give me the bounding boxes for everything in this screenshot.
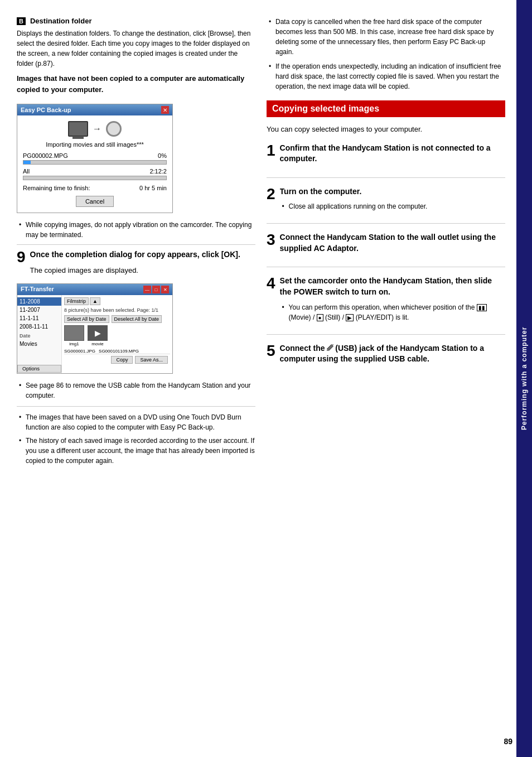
step-1-title: Confirm that the Handycam Station is not… <box>280 143 505 165</box>
file-progress-bar <box>23 160 167 165</box>
ft-copy-button[interactable]: Copy <box>111 356 133 364</box>
step-1-number: 1 <box>267 143 275 169</box>
step-5-title: Connect the ␥ (USB) jack of the Handycam… <box>280 343 505 365</box>
sidebar-tab: Performing with a computer <box>516 0 532 757</box>
file-progress-fill <box>23 161 31 164</box>
ft-sidebar: 11-2008 11-2007 11-1-11 2008-11-11 Date … <box>17 295 62 373</box>
ft-select-all-button[interactable]: Select All by Date <box>64 315 109 323</box>
ft-sidebar-item-1[interactable]: 11-2008 <box>17 297 61 306</box>
ft-thumb-label-2: movie <box>88 341 108 346</box>
intro-text: You can copy selected images to your com… <box>267 124 505 135</box>
disc-icon <box>106 121 122 137</box>
ft-sidebar-item-2[interactable]: 11-2007 <box>17 306 61 314</box>
ft-thumbnail-image-2: ▶ <box>88 325 108 341</box>
step-4-content: Set the camcorder onto the Handycam Stat… <box>280 276 505 325</box>
play-icon: ▶ <box>346 314 354 321</box>
page-number: 89 <box>504 737 512 746</box>
ft-sidebar-section-date: Date <box>17 331 61 340</box>
dialog-overall: All 2:12:2 <box>23 168 167 175</box>
dialog-filename: PG000002.MPG 0% <box>23 152 167 159</box>
notes-section: The images that have been saved on a DVD… <box>17 406 255 466</box>
step-4-title: Set the camcorder onto the Handycam Stat… <box>280 276 505 297</box>
step-5-number: 5 <box>267 343 275 369</box>
ft-thumb-2: ▶ movie <box>88 325 108 346</box>
step-9-title: Once the completion dialog for copy appe… <box>17 249 255 261</box>
ft-bottom-bar: Copy Save As... <box>64 354 170 365</box>
ft-select-buttons: Select All by Date Deselect All by Date <box>64 315 170 323</box>
step-2-title: Turn on the computer. <box>280 186 428 197</box>
ft-transfer-dialog: FT-Transfer — □ ✕ 11-2008 11-2007 11-1-1… <box>17 283 173 374</box>
ft-minimize-button[interactable]: — <box>143 286 151 293</box>
cancel-button[interactable]: Cancel <box>76 196 114 207</box>
step-3-number: 3 <box>267 232 275 258</box>
dialog-close-button[interactable]: ✕ <box>161 106 169 114</box>
ft-titlebar: FT-Transfer — □ ✕ <box>17 284 172 295</box>
ft-title: FT-Transfer <box>21 286 54 293</box>
dialog-icons: → <box>23 121 167 137</box>
monitor-icon <box>68 121 88 137</box>
ft-close-button[interactable]: ✕ <box>161 286 169 293</box>
destination-title: Destination folder <box>30 17 92 25</box>
ft-previous-button[interactable]: ▲ <box>90 297 100 305</box>
ft-thumbnails: img1 ▶ movie <box>64 325 170 346</box>
ft-main-area: Filmstrip ▲ 8 picture(s) have been selec… <box>62 295 172 373</box>
right-bullet-2: If the operation ends unexpectedly, incl… <box>267 61 505 91</box>
ft-filenames: SG000001.JPG SG000101109.MPG <box>64 349 170 354</box>
dialog-title: Easy PC Back-up <box>21 107 71 113</box>
import-text: Importing movies and still images*** <box>23 141 167 148</box>
destination-section: B Destination folder Displays the destin… <box>17 17 255 95</box>
ft-maximize-button[interactable]: □ <box>152 286 160 293</box>
step-3-content: Connect the Handycam Station to the wall… <box>280 232 505 258</box>
ft-thumb-label-1: img1 <box>64 341 84 346</box>
usb-cable-note: See page 86 to remove the USB cable from… <box>17 380 255 401</box>
ft-info-bar: 8 picture(s) have been selected. Page: 1… <box>64 307 170 313</box>
arrow-icon: → <box>93 124 101 134</box>
step-2-bullet: Close all applications running on the co… <box>280 201 428 211</box>
auto-copy-text: Images that have not been copied to a co… <box>17 73 255 95</box>
overall-progress-bar <box>23 176 167 180</box>
step-9-content: Once the completion dialog for copy appe… <box>17 249 255 276</box>
copying-section-header: Copying selected images <box>267 100 505 117</box>
dialog-titlebar: Easy PC Back-up ✕ <box>17 104 172 115</box>
ft-body: 11-2008 11-2007 11-1-11 2008-11-11 Date … <box>17 295 172 373</box>
vibration-warning: While copying images, do not apply vibra… <box>17 220 255 240</box>
dialog-body: → Importing movies and still images*** P… <box>17 115 172 213</box>
ft-thumb-1: img1 <box>64 325 84 346</box>
ft-controls: — □ ✕ <box>143 286 169 293</box>
step-2-block: 2 Turn on the computer. Close all applic… <box>267 186 505 224</box>
note-1: The images that have been saved on a DVD… <box>17 412 255 432</box>
destination-badge: B <box>17 17 26 25</box>
step-4-number: 4 <box>267 276 275 325</box>
note-2: The history of each saved image is recor… <box>17 436 255 466</box>
step-9-number: 9 <box>17 249 26 265</box>
step-4-bullet: You can perform this operation, when whi… <box>280 302 505 322</box>
destination-body: Displays the destination folders. To cha… <box>17 28 255 69</box>
still-icon: ● <box>317 314 323 321</box>
step-2-number: 2 <box>267 186 275 215</box>
ft-sidebar-item-4[interactable]: 2008-11-11 <box>17 322 61 331</box>
ft-sidebar-item-movies[interactable]: Movies <box>17 340 61 348</box>
step-4-block: 4 Set the camcorder onto the Handycam St… <box>267 276 505 334</box>
ft-options-button[interactable]: Options <box>17 365 61 373</box>
step-5-block: 5 Connect the ␥ (USB) jack of the Handyc… <box>267 343 505 378</box>
right-bullet-1: Data copy is cancelled when the free har… <box>267 17 505 57</box>
ft-sidebar-item-3[interactable]: 11-1-11 <box>17 314 61 322</box>
step-1-content: Confirm that the Handycam Station is not… <box>280 143 505 169</box>
step-1-block: 1 Confirm that the Handycam Station is n… <box>267 143 505 178</box>
ft-deselect-button[interactable]: Deselect All by Date <box>112 315 162 323</box>
step-5-content: Connect the ␥ (USB) jack of the Handycam… <box>280 343 505 369</box>
right-column: Data copy is cancelled when the free har… <box>267 17 505 740</box>
ft-thumbnail-image-1 <box>64 325 84 341</box>
ft-filmstrip-button[interactable]: Filmstrip <box>64 297 89 305</box>
remaining-time: Remaining time to finish: 0 hr 5 min <box>23 185 167 191</box>
easy-pc-backup-dialog: Easy PC Back-up ✕ → Importing movies and… <box>17 104 173 213</box>
ft-toolbar: Filmstrip ▲ <box>64 297 170 305</box>
movie-icon: ▮▮ <box>477 304 487 311</box>
ft-save-as-button[interactable]: Save As... <box>135 356 168 364</box>
right-steps: 1 Confirm that the Handycam Station is n… <box>267 143 505 378</box>
step-9-desc: The copied images are displayed. <box>17 265 255 276</box>
destination-header: B Destination folder <box>17 17 255 25</box>
left-column: B Destination folder Displays the destin… <box>17 17 255 740</box>
step-9-block: 9 Once the completion dialog for copy ap… <box>17 249 255 276</box>
step-2-content: Turn on the computer. Close all applicat… <box>280 186 428 215</box>
